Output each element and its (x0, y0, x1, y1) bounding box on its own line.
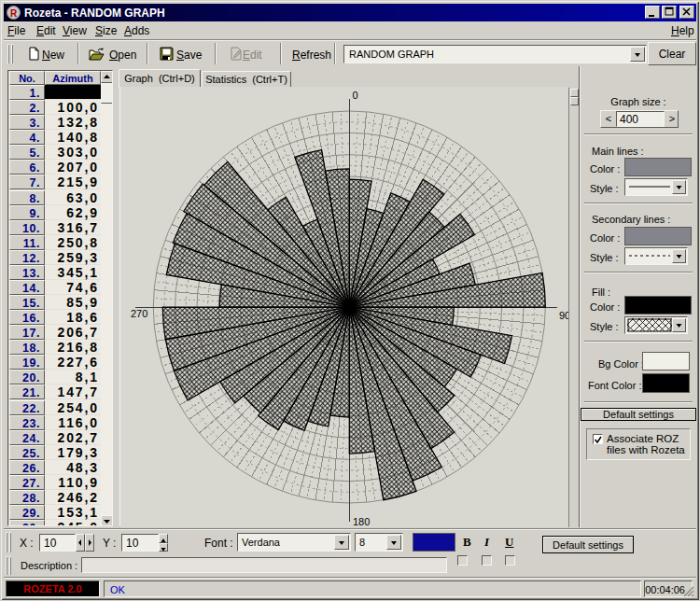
svg-text:0: 0 (353, 90, 358, 101)
svg-text:270: 270 (131, 308, 147, 319)
svg-text:90: 90 (559, 310, 568, 321)
svg-text:R: R (10, 8, 18, 19)
svg-text:180: 180 (353, 516, 370, 527)
